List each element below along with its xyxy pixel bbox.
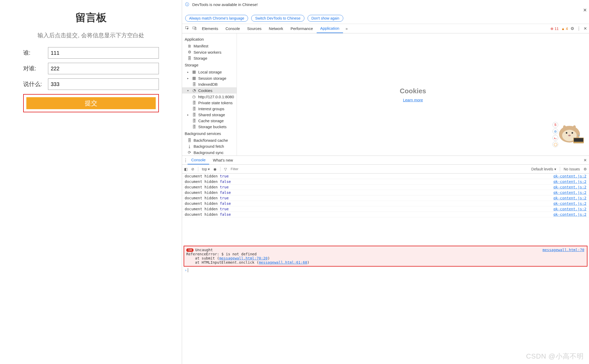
stack-link-1[interactable]: messagewall.html:70:20: [219, 256, 267, 260]
devtools-main-tabs: Elements Console Sources Network Perform…: [182, 24, 589, 33]
sidebar-heading-application: Application: [182, 35, 237, 43]
error-line-3: at HTMLInputElement.onclick (messagewall…: [186, 260, 585, 264]
drawer-kebab-icon[interactable]: ⋮: [184, 158, 188, 163]
say-label: 说什么:: [23, 80, 48, 88]
console-log-row: document hidden trueqk-content.js:2: [182, 195, 589, 201]
sidebar-item-bg-fetch[interactable]: ⭳Background fetch: [182, 143, 237, 149]
sidebar-item-session-storage[interactable]: ▸▦Session storage: [182, 75, 237, 81]
eye-icon[interactable]: ◉: [213, 167, 217, 171]
tab-application[interactable]: Application: [317, 24, 343, 33]
log-source-link[interactable]: qk-content.js:2: [554, 201, 586, 206]
sync-icon: ⟳: [187, 150, 191, 155]
more-tabs-icon[interactable]: »: [343, 26, 350, 31]
sidebar-item-cookies[interactable]: ▾◔Cookies: [182, 87, 237, 94]
form-subtitle: 输入后点击提交, 会将信息显示下方空白处: [23, 32, 159, 39]
svg-point-7: [568, 135, 571, 136]
error-count-badge: 10: [186, 248, 194, 252]
console-filter-bar: ◧ ⊘ top ▾ ◉ ▽ Default levels ▾ No Issues…: [182, 165, 589, 174]
error-source-link[interactable]: messagewall.html:70: [543, 248, 584, 252]
device-toggle-icon[interactable]: [191, 26, 198, 31]
log-source-link[interactable]: qk-content.js:2: [554, 185, 586, 189]
caret-icon: ▸: [187, 113, 190, 116]
tab-elements[interactable]: Elements: [198, 24, 222, 33]
sidebar-item-storage-buckets[interactable]: 🗄Storage buckets: [182, 124, 237, 130]
say-input[interactable]: [48, 78, 159, 90]
caret-icon: ▸: [187, 71, 190, 73]
banner-switch-chinese-button[interactable]: Switch DevTools to Chinese: [251, 15, 304, 22]
inspect-icon[interactable]: [184, 26, 191, 31]
database-icon: 🗄: [192, 125, 196, 129]
sidebar-item-cache-storage[interactable]: 🗄Cache storage: [182, 118, 237, 124]
warning-count-badge[interactable]: ▲ 4: [561, 27, 568, 31]
learn-more-link[interactable]: Learn more: [403, 98, 423, 102]
page-content: 留言板 输入后点击提交, 会将信息显示下方空白处 谁: 对谁: 说什么: 提交: [0, 0, 182, 364]
log-source-link[interactable]: qk-content.js:2: [554, 207, 586, 211]
sidebar-item-manifest[interactable]: 🗎Manifest: [182, 43, 237, 49]
sidebar-item-indexeddb[interactable]: 🗄IndexedDB: [182, 81, 237, 87]
database-icon: 🗄: [192, 101, 196, 105]
clock-icon: ◷: [192, 94, 196, 99]
kebab-icon[interactable]: ⋮: [577, 26, 581, 31]
log-source-link[interactable]: qk-content.js:2: [554, 180, 586, 184]
svg-point-5: [566, 132, 567, 134]
cookie-icon: ◔: [192, 88, 196, 93]
context-selector[interactable]: top ▾: [202, 167, 210, 171]
sidebar-item-shared-storage[interactable]: ▸🗄Shared storage: [182, 112, 237, 118]
towho-input[interactable]: [48, 63, 159, 74]
tab-performance[interactable]: Performance: [287, 24, 317, 33]
log-source-link[interactable]: qk-content.js:2: [554, 196, 586, 200]
caret-down-icon: ▾: [187, 89, 190, 92]
stack-link-2[interactable]: messagewall.html:61:68: [259, 260, 307, 264]
towho-label: 对谁:: [23, 65, 48, 72]
sidebar-item-cookie-origin[interactable]: ◷http://127.0.0.1:8080: [182, 94, 237, 100]
sidebar-item-service-workers[interactable]: ⚙Service workers: [182, 49, 237, 55]
database-icon: 🗄: [192, 119, 196, 123]
caret-icon: ▸: [187, 77, 190, 80]
error-title: Uncaught: [195, 248, 213, 252]
close-devtools-icon[interactable]: ✕: [584, 26, 587, 31]
console-log-row: document hidden falseqk-content.js:2: [182, 190, 589, 195]
banner-dont-show-button[interactable]: Don't show again: [308, 15, 343, 22]
log-source-link[interactable]: qk-content.js:2: [554, 174, 586, 178]
log-source-link[interactable]: qk-content.js:2: [554, 212, 586, 217]
application-sidebar[interactable]: Application 🗎Manifest ⚙Service workers 🗄…: [182, 33, 237, 156]
console-log-row: document hidden falseqk-content.js:2: [182, 179, 589, 184]
who-input[interactable]: [48, 47, 159, 59]
sidebar-item-storage[interactable]: 🗄Storage: [182, 55, 237, 61]
devtools-panel: ⓘ DevTools is now available in Chinese! …: [182, 0, 589, 364]
clear-console-icon[interactable]: ⊘: [191, 167, 194, 171]
close-icon[interactable]: ✕: [583, 7, 587, 13]
submit-button[interactable]: 提交: [26, 97, 156, 109]
sidebar-item-local-storage[interactable]: ▸▦Local storage: [182, 69, 237, 75]
gear-small-icon: ⚙: [187, 50, 191, 54]
filter-input[interactable]: [231, 167, 262, 171]
banner-match-language-button[interactable]: Always match Chrome's language: [185, 15, 248, 22]
console-log-row: document hidden trueqk-content.js:2: [182, 184, 589, 190]
drawer-tab-whatsnew[interactable]: What's new: [209, 156, 237, 164]
info-icon: ⓘ: [185, 2, 189, 7]
close-drawer-icon[interactable]: ✕: [584, 158, 587, 163]
sidebar-item-private-tokens[interactable]: 🗄Private state tokens: [182, 100, 237, 106]
error-count-badge[interactable]: ⊗ 11: [550, 27, 558, 31]
sidebar-item-interest-groups[interactable]: 🗄Interest groups: [182, 106, 237, 112]
console-output[interactable]: document hidden trueqk-content.js:2docum…: [182, 174, 589, 245]
log-source-link[interactable]: qk-content.js:2: [554, 190, 586, 195]
filter-icon: ▽: [224, 167, 227, 171]
sidebar-item-bg-sync[interactable]: ⟳Background sync: [182, 149, 237, 156]
grid-icon: ▦: [192, 70, 196, 74]
no-issues-label: No Issues: [564, 167, 580, 171]
console-log-row: document hidden trueqk-content.js:2: [182, 206, 589, 212]
sidebar-toggle-icon[interactable]: ◧: [184, 167, 188, 171]
gear-icon[interactable]: ⚙: [570, 26, 574, 31]
drawer-tab-console[interactable]: Console: [188, 156, 209, 164]
tab-console[interactable]: Console: [222, 24, 244, 33]
console-log-row: document hidden trueqk-content.js:2: [182, 174, 589, 179]
console-prompt[interactable]: ›: [182, 267, 589, 273]
sidebar-item-bfcache[interactable]: 🗄Back/forward cache: [182, 137, 237, 143]
tab-sources[interactable]: Sources: [244, 24, 265, 33]
tab-network[interactable]: Network: [265, 24, 287, 33]
log-levels-selector[interactable]: Default levels ▾: [531, 167, 556, 171]
gear-small-icon[interactable]: ⚙: [584, 167, 587, 171]
database-icon: 🗄: [192, 82, 196, 87]
console-error-block: messagewall.html:70 10Uncaught Reference…: [184, 246, 587, 267]
